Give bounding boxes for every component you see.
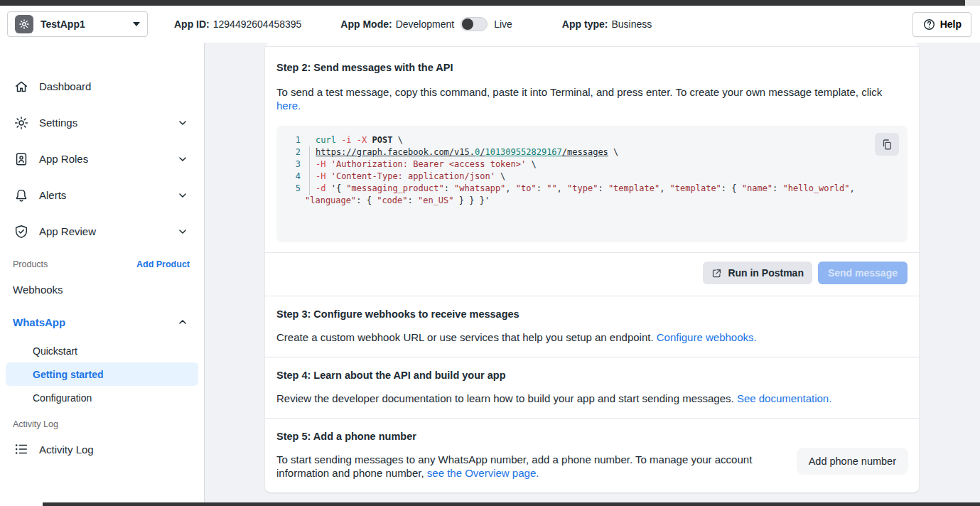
activity-log-section-label: Activity Log <box>0 418 204 431</box>
step5-description: To start sending messages to any WhatsAp… <box>276 453 769 480</box>
code-line: 3-H 'Authorization: Bearer <access token… <box>286 158 908 171</box>
app-name: TestApp1 <box>41 18 85 30</box>
list-icon <box>13 441 30 458</box>
code-line: 5-d '{ "messaging_product": "whatsapp", … <box>286 183 908 195</box>
sidebar-item-dashboard[interactable]: Dashboard <box>0 68 204 104</box>
send-message-button[interactable]: Send message <box>818 262 908 284</box>
shield-check-icon <box>13 223 30 240</box>
app-header: TestApp1 App ID: 1294492604458395 App Mo… <box>0 6 980 43</box>
copy-icon <box>881 138 893 151</box>
code-actions-row: Run in Postman Send message <box>265 252 919 296</box>
home-icon <box>13 78 30 95</box>
app-selector-dropdown[interactable]: TestApp1 <box>7 11 148 37</box>
getting-started-card: Step 2: Send messages with the API To se… <box>265 43 919 492</box>
sidebar-item-label: App Review <box>39 225 96 237</box>
curl-code-block[interactable]: 1curl -i -X POST \2https://graph.faceboo… <box>276 126 908 242</box>
step4-description: Review the developer documentation to le… <box>276 392 908 405</box>
sidebar-item-app-review[interactable]: App Review <box>0 213 204 249</box>
see-documentation-link[interactable]: See documentation. <box>737 392 831 404</box>
sidebar-item-alerts[interactable]: Alerts <box>0 177 204 213</box>
step4-title: Step 4: Learn about the API and build yo… <box>276 369 908 382</box>
step2-desc-text: To send a test message, copy this comman… <box>276 86 882 98</box>
step5-title: Step 5: Add a phone number <box>276 430 908 443</box>
bell-icon <box>13 187 30 204</box>
caret-down-icon <box>133 22 140 26</box>
sidebar-item-activity-log[interactable]: Activity Log <box>0 436 204 462</box>
step3-description: Create a custom webhook URL or use servi… <box>276 330 908 344</box>
app-mode-toggle[interactable] <box>461 17 488 31</box>
main-area: Step 2: Send messages with the API To se… <box>205 43 980 502</box>
toggle-knob <box>462 18 473 30</box>
configure-webhooks-link[interactable]: Configure webhooks. <box>657 331 757 343</box>
step4-section: Step 4: Learn about the API and build yo… <box>265 357 919 418</box>
sidebar-item-quickstart[interactable]: Quickstart <box>6 339 198 362</box>
whatsapp-label: WhatsApp <box>13 316 65 328</box>
scrollbar-corner <box>965 0 980 6</box>
products-label: Products <box>13 259 48 269</box>
app-id-label: App ID: <box>174 18 210 30</box>
code-line: 4-H 'Content-Type: application/json' \ <box>286 171 908 183</box>
step2-title: Step 2: Send messages with the API <box>276 61 908 74</box>
run-in-postman-label: Run in Postman <box>728 267 804 279</box>
step4-desc-text: Review the developer documentation to le… <box>276 392 737 404</box>
app-gear-badge-icon <box>15 15 33 33</box>
products-section-header: Products Add Product <box>0 255 204 274</box>
sidebar-item-label: Dashboard <box>39 80 91 92</box>
sidebar-item-label: Settings <box>39 117 77 129</box>
chevron-down-icon <box>177 226 188 237</box>
step2-here-link[interactable]: here. <box>276 99 301 112</box>
app-type-label: App type: <box>562 18 608 30</box>
line-number: 3 <box>286 158 301 171</box>
code-line: "language": { "code": "en_US" } } }' <box>286 195 908 207</box>
sidebar-item-settings[interactable]: Settings <box>0 104 204 141</box>
line-number <box>286 195 301 207</box>
step2-section: Step 2: Send messages with the API To se… <box>265 47 919 252</box>
sidebar-item-label: App Roles <box>39 153 88 165</box>
sidebar-item-label: Alerts <box>39 189 66 201</box>
id-badge-icon <box>13 151 30 168</box>
step5-section: Step 5: Add a phone number To start send… <box>265 418 919 492</box>
app-mode-live: Live <box>494 18 512 30</box>
sidebar-item-getting-started[interactable]: Getting started <box>6 362 198 386</box>
code-line: 1curl -i -X POST \ <box>286 134 908 146</box>
sidebar-item-app-roles[interactable]: App Roles <box>0 141 204 177</box>
add-product-link[interactable]: Add Product <box>136 259 190 269</box>
question-circle-icon <box>922 18 936 31</box>
webhooks-label: Webhooks <box>13 284 63 296</box>
sidebar-item-webhooks[interactable]: Webhooks <box>0 278 204 301</box>
app-type: App type: Business <box>562 18 652 30</box>
sidebar: DashboardSettingsApp RolesAlertsApp Revi… <box>0 43 205 502</box>
window-bottom-strip <box>43 502 980 506</box>
step3-title: Step 3: Configure webhooks to receive me… <box>276 308 908 321</box>
line-number: 1 <box>286 134 301 146</box>
sidebar-nav: DashboardSettingsApp RolesAlertsApp Revi… <box>0 68 204 249</box>
code-line: 2https://graph.facebook.com/v15.0/101309… <box>286 146 908 158</box>
code-lines: 1curl -i -X POST \2https://graph.faceboo… <box>286 134 908 207</box>
sidebar-item-configuration[interactable]: Configuration <box>6 386 198 409</box>
chevron-down-icon <box>177 117 188 129</box>
window-top-strip <box>0 0 980 6</box>
help-label: Help <box>940 18 962 30</box>
copy-code-button[interactable] <box>875 133 899 156</box>
help-button[interactable]: Help <box>912 12 971 37</box>
app-mode-development: Development <box>396 18 455 30</box>
chevron-down-icon <box>177 154 188 165</box>
app-mode-label: App Mode: <box>340 18 392 30</box>
chevron-up-icon <box>177 316 188 328</box>
app-type-value: Business <box>611 18 652 30</box>
app-id: App ID: 1294492604458395 <box>174 18 301 30</box>
line-number: 4 <box>286 171 301 183</box>
step3-section: Step 3: Configure webhooks to receive me… <box>265 296 919 357</box>
line-number: 2 <box>286 146 301 158</box>
activity-log-label: Activity Log <box>39 443 94 456</box>
line-number: 5 <box>286 183 301 195</box>
sidebar-item-whatsapp[interactable]: WhatsApp <box>0 311 204 333</box>
external-link-icon <box>711 268 722 279</box>
overview-page-link[interactable]: see the Overview page. <box>427 467 539 479</box>
run-in-postman-button[interactable]: Run in Postman <box>703 262 812 284</box>
add-phone-number-button[interactable]: Add phone number <box>797 448 908 474</box>
app-id-value: 1294492604458395 <box>213 18 302 30</box>
step2-description: To send a test message, copy this comman… <box>276 85 908 112</box>
chevron-down-icon <box>177 190 188 201</box>
step3-desc-text: Create a custom webhook URL or use servi… <box>276 331 657 343</box>
